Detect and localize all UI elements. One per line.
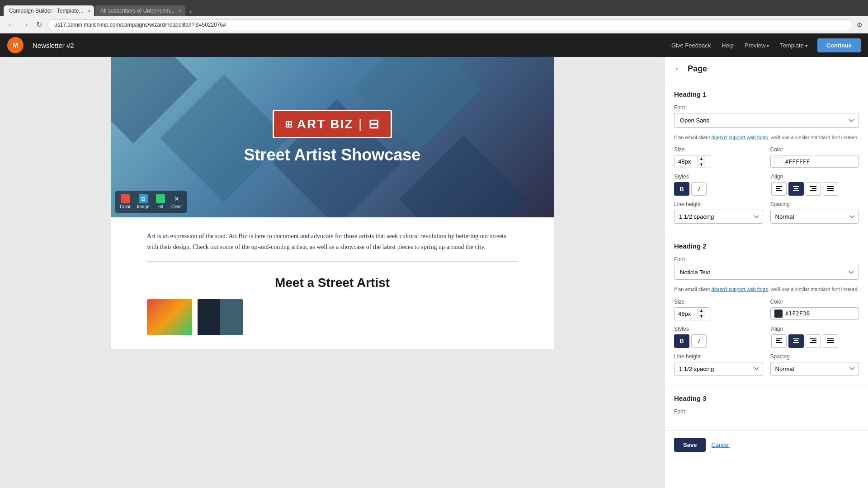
heading1-align-center[interactable]	[788, 182, 804, 196]
fill-ctrl-button[interactable]: Fill	[153, 192, 168, 211]
logo-icon-right: ⊟	[368, 117, 380, 131]
heading2-font-group: Font Noticia Text	[674, 256, 859, 280]
svg-rect-12	[776, 338, 782, 339]
heading2-color-swatch[interactable]: #1F2F38	[770, 307, 859, 320]
fill-ctrl-label: Fill	[157, 204, 163, 209]
template-button[interactable]: Template	[775, 39, 812, 52]
svg-rect-20	[810, 342, 816, 343]
heading2-align-right[interactable]	[806, 334, 821, 348]
heading1-font-link[interactable]: doesn't support web fonts	[712, 135, 768, 140]
heading1-line-height-label: Line height	[674, 201, 763, 207]
tab-2[interactable]: All subscribers of Unternehm... ✕	[95, 5, 185, 16]
forward-button[interactable]: →	[20, 20, 31, 30]
svg-rect-16	[794, 340, 798, 341]
heading1-label: Heading 1	[674, 90, 859, 98]
browser-toolbar-icons: ⚙	[857, 21, 863, 28]
email-canvas: ⊞ ART BIZ | ⊟ Street Artist Showcase Col…	[111, 57, 554, 349]
heading2-bold-button[interactable]: B	[674, 334, 689, 348]
heading1-styles-group: Styles B I	[674, 174, 762, 196]
heading2-styles-label: Styles	[674, 326, 762, 332]
heading2-font-label: Font	[674, 256, 859, 263]
tab-1-close[interactable]: ✕	[87, 9, 91, 14]
heading1-color-swatch[interactable]: #FFFFFF	[770, 155, 859, 168]
heading1-size-control: ▲ ▼	[674, 155, 710, 168]
heading2-style-buttons: B I	[674, 334, 762, 348]
heading2-align-label: Align	[771, 326, 859, 332]
color-ctrl-button[interactable]: Color	[117, 192, 133, 211]
tab-bar: Campaign Builder - Template... ✕ All sub…	[4, 0, 194, 16]
continue-button[interactable]: Continue	[817, 38, 861, 52]
heading1-bold-button[interactable]: B	[674, 182, 689, 196]
hero-logo-area: ⊞ ART BIZ | ⊟ Street Artist Showcase	[244, 110, 421, 164]
logo-icon: ⊞	[285, 119, 293, 130]
heading1-size-input[interactable]	[675, 155, 697, 168]
hero-section[interactable]: ⊞ ART BIZ | ⊟ Street Artist Showcase Col…	[111, 57, 554, 217]
heading2-align-left[interactable]	[771, 334, 787, 348]
heading1-section: Heading 1 Font Open Sans If an email cli…	[665, 81, 868, 233]
svg-rect-13	[776, 340, 780, 341]
panel-back-button[interactable]: ←	[674, 64, 682, 74]
heading1-size-up[interactable]: ▲	[698, 156, 705, 162]
image-2b	[220, 299, 243, 335]
heading2-size-up[interactable]: ▲	[698, 308, 705, 314]
color-ctrl-label: Color	[120, 204, 131, 209]
heading2-size-down[interactable]: ▼	[698, 314, 705, 319]
clear-ctrl-button[interactable]: ✕ Clear	[169, 192, 185, 211]
heading1-line-spacing-row: Line height 1 1/2 spacing Spacing Normal	[674, 201, 859, 224]
clear-ctrl-label: Clear	[171, 204, 182, 209]
body-paragraph: Art is an expression of the soul. Art Bi…	[147, 231, 518, 253]
heading1-spacing-group: Spacing Normal	[770, 201, 859, 224]
heading2-font-link[interactable]: doesn't support web fonts	[712, 286, 768, 292]
heading1-styles-align-row: Styles B I Align	[674, 174, 859, 196]
heading2-align-justify[interactable]	[823, 334, 838, 348]
image-ctrl-icon: 🖼	[139, 194, 148, 203]
heading2-spacing-select[interactable]: Normal	[770, 362, 859, 376]
give-feedback-button[interactable]: Give Feedback	[667, 39, 715, 52]
back-button[interactable]: ←	[5, 20, 16, 30]
tab-1[interactable]: Campaign Builder - Template... ✕	[4, 5, 94, 16]
email-body: Art is an expression of the soul. Art Bi…	[111, 217, 554, 349]
image-ctrl-button[interactable]: 🖼 Image	[134, 192, 152, 211]
heading1-font-group: Font Open Sans	[674, 104, 859, 128]
canvas-controls: Color 🖼 Image Fill ✕ Clear	[115, 191, 187, 213]
app-title: Newsletter #2	[33, 42, 658, 49]
heading1-align-right[interactable]	[806, 182, 821, 196]
heading2-size-arrows: ▲ ▼	[697, 308, 705, 319]
content-divider	[147, 262, 518, 262]
svg-rect-15	[793, 338, 799, 339]
heading1-styles-label: Styles	[674, 174, 762, 180]
heading2-italic-button[interactable]: I	[691, 334, 707, 348]
save-button[interactable]: Save	[674, 438, 706, 452]
heading1-size-down[interactable]: ▼	[698, 162, 705, 168]
svg-rect-21	[827, 338, 834, 339]
heading2-color-hex: #1F2F38	[785, 310, 810, 317]
address-input[interactable]	[47, 19, 853, 30]
help-button[interactable]: Help	[717, 39, 738, 52]
heading2-line-height-select[interactable]: 1 1/2 spacing	[674, 362, 763, 376]
svg-rect-14	[776, 342, 782, 343]
cancel-button[interactable]: Cancel	[711, 438, 729, 452]
svg-rect-4	[794, 188, 798, 189]
preview-button[interactable]: Preview	[740, 39, 774, 52]
app-logo: M	[7, 37, 24, 53]
tab-2-close[interactable]: ✕	[178, 9, 182, 14]
heading1-spacing-label: Spacing	[770, 201, 859, 207]
heading1-align-left[interactable]	[771, 182, 787, 196]
svg-rect-8	[810, 190, 816, 191]
new-tab-button[interactable]: +	[186, 8, 194, 16]
heading1-align-justify[interactable]	[823, 182, 838, 196]
heading2-font-select[interactable]: Noticia Text	[674, 265, 859, 280]
heading2-size-input[interactable]	[675, 308, 697, 320]
heading2-align-center[interactable]	[788, 334, 804, 348]
heading1-font-note: If an email client doesn't support web f…	[674, 134, 859, 141]
right-panel: ← Page Heading 1 Font Open Sans If an em…	[665, 57, 868, 488]
heading1-size-color-row: Size ▲ ▼ Color #FFFFFF	[674, 146, 859, 168]
image-ctrl-label: Image	[137, 204, 150, 209]
heading1-font-select[interactable]: Open Sans	[674, 113, 859, 128]
art-biz-logo: ⊞ ART BIZ | ⊟	[273, 110, 392, 138]
svg-rect-0	[776, 186, 782, 187]
refresh-button[interactable]: ↻	[34, 19, 44, 30]
heading1-line-height-select[interactable]: 1 1/2 spacing	[674, 210, 763, 224]
heading1-italic-button[interactable]: I	[691, 182, 707, 196]
heading1-spacing-select[interactable]: Normal	[770, 210, 859, 224]
